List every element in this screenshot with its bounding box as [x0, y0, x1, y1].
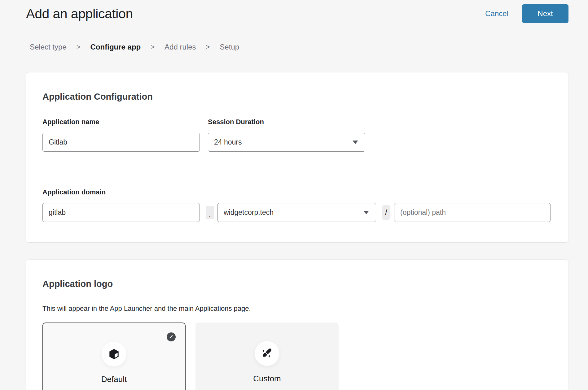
breadcrumb-setup[interactable]: Setup: [220, 43, 239, 51]
subdomain-input[interactable]: [42, 203, 200, 222]
breadcrumb-select-type[interactable]: Select type: [30, 43, 67, 51]
next-button[interactable]: Next: [522, 4, 568, 23]
page-header: Add an application Cancel Next: [0, 0, 588, 23]
application-domain-label: Application domain: [42, 188, 551, 196]
paintbrush-icon: [261, 347, 273, 360]
application-name-input[interactable]: [42, 133, 200, 152]
breadcrumb-configure-app[interactable]: Configure app: [90, 43, 141, 51]
configuration-section-title: Application Configuration: [42, 92, 551, 102]
default-logo-circle: [102, 342, 126, 366]
slash-separator: /: [382, 205, 390, 220]
session-duration-select[interactable]: 24 hours: [208, 133, 365, 152]
breadcrumb-separator: >: [206, 43, 210, 51]
chevron-down-icon: [353, 141, 358, 144]
cube-icon: [108, 348, 121, 361]
domain-select-value: widgetcorp.tech: [224, 208, 274, 217]
custom-logo-circle: [255, 341, 279, 366]
breadcrumb: Select type > Configure app > Add rules …: [30, 43, 588, 51]
application-domain-row: . widgetcorp.tech /: [42, 203, 551, 222]
name-duration-row: Application name Session Duration 24 hou…: [42, 118, 551, 152]
breadcrumb-add-rules[interactable]: Add rules: [165, 43, 196, 51]
logo-option-default[interactable]: ✓ Default: [42, 323, 186, 390]
breadcrumb-separator: >: [151, 43, 155, 51]
application-logo-card: Application logo This will appear in the…: [26, 260, 568, 390]
logo-option-label: Custom: [195, 374, 339, 384]
logo-option-label: Default: [43, 375, 185, 384]
application-name-label: Application name: [42, 118, 200, 126]
session-duration-label: Session Duration: [208, 118, 365, 126]
logo-description: This will appear in the App Launcher and…: [42, 305, 551, 313]
application-configuration-card: Application Configuration Application na…: [26, 72, 568, 242]
cancel-button[interactable]: Cancel: [485, 9, 508, 18]
logo-options: ✓ Default Custom: [42, 323, 551, 390]
path-input[interactable]: [394, 203, 551, 222]
domain-select[interactable]: widgetcorp.tech: [217, 203, 376, 222]
logo-option-custom[interactable]: Custom: [195, 323, 339, 390]
chevron-down-icon: [363, 211, 369, 214]
dot-separator: .: [206, 206, 214, 219]
header-actions: Cancel Next: [485, 4, 568, 23]
application-domain-field-group: Application domain . widgetcorp.tech /: [42, 188, 551, 222]
session-duration-value: 24 hours: [214, 138, 242, 146]
application-name-field-group: Application name: [42, 118, 200, 152]
page-title: Add an application: [26, 6, 133, 21]
breadcrumb-separator: >: [77, 43, 81, 51]
selected-check-icon: ✓: [167, 332, 176, 341]
logo-section-title: Application logo: [42, 279, 551, 289]
session-duration-field-group: Session Duration 24 hours: [208, 118, 365, 152]
